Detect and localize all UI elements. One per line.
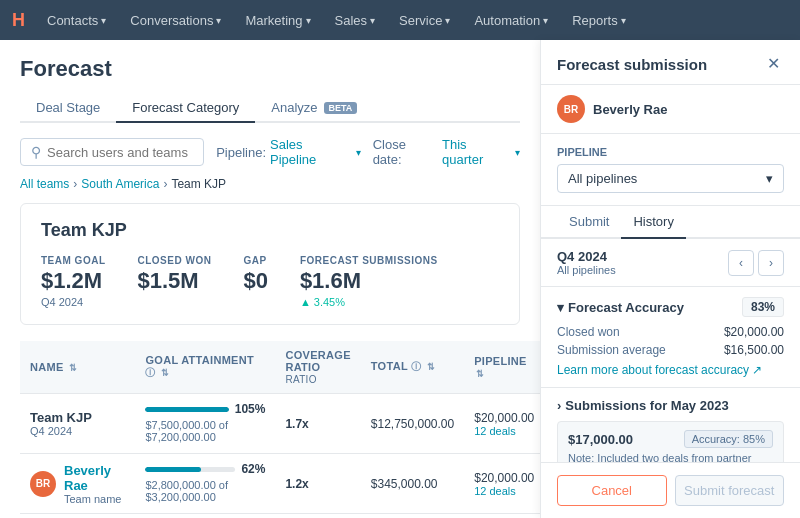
cell-total: $345,000.00 bbox=[361, 514, 464, 519]
submission-note-1: Note: Included two deals from partner co… bbox=[568, 452, 773, 462]
side-footer: Cancel Submit forecast bbox=[541, 462, 800, 518]
collapse-accuracy-icon: ▾ bbox=[557, 300, 564, 315]
close-date-filter[interactable]: Close date: This quarter ▾ bbox=[373, 137, 520, 167]
accuracy-pct-badge: 83% bbox=[742, 297, 784, 317]
pipeline-select-chevron-icon: ▾ bbox=[766, 171, 773, 186]
col-name: NAME ⇅ bbox=[20, 341, 135, 394]
side-tab-history[interactable]: History bbox=[621, 206, 685, 239]
learn-more-link[interactable]: Learn more about forecast accuracy ↗ bbox=[557, 363, 784, 377]
cell-name: NN Nolan Nemar Team name bbox=[20, 514, 135, 519]
page-title: Forecast bbox=[20, 56, 520, 82]
main-layout: Forecast Deal Stage Forecast Category An… bbox=[0, 40, 800, 518]
submit-forecast-button[interactable]: Submit forecast bbox=[675, 475, 785, 506]
accuracy-closed-won-row: Closed won $20,000.00 bbox=[557, 325, 784, 339]
avatar: BR bbox=[30, 471, 56, 497]
period-title: Q4 2024 bbox=[557, 249, 616, 264]
nav-sales[interactable]: Sales ▾ bbox=[325, 0, 386, 40]
stat-team-goal: TEAM GOAL $1.2M Q4 2024 bbox=[41, 255, 106, 308]
col-pipeline: PIPELINE ⇅ bbox=[464, 341, 540, 394]
nav-service[interactable]: Service ▾ bbox=[389, 0, 460, 40]
prev-period-button[interactable]: ‹ bbox=[728, 250, 754, 276]
nav-arrows: ‹ › bbox=[728, 250, 784, 276]
side-tab-submit[interactable]: Submit bbox=[557, 206, 621, 239]
submissions-header[interactable]: › Submissions for May 2023 bbox=[557, 398, 784, 413]
cancel-button[interactable]: Cancel bbox=[557, 475, 667, 506]
pipeline-section: Pipeline All pipelines ▾ bbox=[541, 134, 800, 206]
content-area: Forecast Deal Stage Forecast Category An… bbox=[0, 40, 540, 518]
nav-conversations[interactable]: Conversations ▾ bbox=[120, 0, 231, 40]
goal-attainment-info-icon[interactable]: ⓘ bbox=[145, 367, 155, 378]
forecast-accuracy-section: ▾ Forecast Accuracy 83% Closed won $20,0… bbox=[541, 287, 800, 388]
filters-row: ⚲ Pipeline: Sales Pipeline ▾ Close date:… bbox=[20, 137, 520, 167]
nav-contacts[interactable]: Contacts ▾ bbox=[37, 0, 116, 40]
service-chevron-icon: ▾ bbox=[445, 15, 450, 26]
search-box[interactable]: ⚲ bbox=[20, 138, 204, 166]
nav-marketing[interactable]: Marketing ▾ bbox=[235, 0, 320, 40]
top-navigation: H Contacts ▾ Conversations ▾ Marketing ▾… bbox=[0, 0, 800, 40]
search-icon: ⚲ bbox=[31, 144, 41, 160]
col-total: TOTAL ⓘ ⇅ bbox=[361, 341, 464, 394]
contacts-chevron-icon: ▾ bbox=[101, 15, 106, 26]
stat-forecast: FORECAST SUBMISSIONS $1.6M ▲ 3.45% bbox=[300, 255, 438, 308]
col-coverage-ratio: COVERAGE RATIO RATIO bbox=[275, 341, 360, 394]
side-user-row: BR Beverly Rae bbox=[541, 85, 800, 134]
goal-sort-icon[interactable]: ⇅ bbox=[161, 368, 169, 378]
close-panel-button[interactable]: ✕ bbox=[763, 54, 784, 74]
side-panel-header: Forecast submission ✕ bbox=[541, 40, 800, 85]
team-name: Team KJP bbox=[41, 220, 499, 241]
side-panel-title: Forecast submission bbox=[557, 56, 707, 73]
external-link-icon: ↗ bbox=[752, 363, 762, 377]
table-row: BR Beverly Rae Team name 62% $2,800,000.… bbox=[20, 454, 540, 514]
tab-deal-stage[interactable]: Deal Stage bbox=[20, 94, 116, 123]
breadcrumb-current: Team KJP bbox=[171, 177, 226, 191]
sales-chevron-icon: ▾ bbox=[370, 15, 375, 26]
cell-coverage-ratio: 1.7x bbox=[275, 394, 360, 454]
hubspot-logo: H bbox=[12, 10, 25, 31]
pipeline-chevron-icon: ▾ bbox=[356, 147, 361, 158]
period-sub: All pipelines bbox=[557, 264, 616, 276]
breadcrumb-all-teams[interactable]: All teams bbox=[20, 177, 69, 191]
cell-pipeline: $20,000.00 12 deals bbox=[464, 514, 540, 519]
tab-analyze[interactable]: Analyze BETA bbox=[255, 94, 373, 123]
nav-automation[interactable]: Automation ▾ bbox=[464, 0, 558, 40]
name-sort-icon[interactable]: ⇅ bbox=[69, 363, 77, 373]
pipeline-select[interactable]: All pipelines ▾ bbox=[557, 164, 784, 193]
collapse-submissions-icon: › bbox=[557, 398, 561, 413]
submissions-section: › Submissions for May 2023 $17,000.00 Ac… bbox=[541, 388, 800, 462]
side-user-name: Beverly Rae bbox=[593, 102, 667, 117]
accuracy-header[interactable]: ▾ Forecast Accuracy 83% bbox=[557, 297, 784, 317]
side-panel: Forecast submission ✕ BR Beverly Rae Pip… bbox=[540, 40, 800, 518]
submission-card-1: $17,000.00 Accuracy: 85% Note: Included … bbox=[557, 421, 784, 462]
total-sort-icon[interactable]: ⇅ bbox=[427, 362, 435, 372]
cell-goal-attainment: 62% $2,800,000.00 of $3,200,000.00 bbox=[135, 454, 275, 514]
cell-coverage-ratio: 1.2x bbox=[275, 454, 360, 514]
cell-pipeline: $20,000.00 12 deals bbox=[464, 394, 540, 454]
cell-goal-attainment: 105% $7,500,000.00 of $7,200,000.00 bbox=[135, 394, 275, 454]
conversations-chevron-icon: ▾ bbox=[216, 15, 221, 26]
stats-row: TEAM GOAL $1.2M Q4 2024 CLOSED WON $1.5M… bbox=[41, 255, 499, 308]
stat-closed-won: CLOSED WON $1.5M bbox=[138, 255, 212, 308]
closedate-chevron-icon: ▾ bbox=[515, 147, 520, 158]
pipeline-sort-icon[interactable]: ⇅ bbox=[476, 369, 484, 379]
side-tabs: Submit History bbox=[541, 206, 800, 239]
cell-name: Team KJP Q4 2024 bbox=[20, 394, 135, 454]
beta-badge: BETA bbox=[324, 102, 358, 114]
breadcrumb: All teams › South America › Team KJP bbox=[20, 177, 520, 191]
search-input[interactable] bbox=[47, 145, 193, 160]
cell-name: BR Beverly Rae Team name bbox=[20, 454, 135, 514]
table-row: NN Nolan Nemar Team name 62% $1,000.00 o… bbox=[20, 514, 540, 519]
nav-reports[interactable]: Reports ▾ bbox=[562, 0, 636, 40]
cell-total: $12,750,000.00 bbox=[361, 394, 464, 454]
team-card: Team KJP TEAM GOAL $1.2M Q4 2024 CLOSED … bbox=[20, 203, 520, 325]
cell-goal-attainment: 62% $1,000.00 of $2,000,000.00 bbox=[135, 514, 275, 519]
total-info-icon[interactable]: ⓘ bbox=[411, 361, 421, 372]
breadcrumb-south-america[interactable]: South America bbox=[81, 177, 159, 191]
automation-chevron-icon: ▾ bbox=[543, 15, 548, 26]
next-period-button[interactable]: › bbox=[758, 250, 784, 276]
marketing-chevron-icon: ▾ bbox=[306, 15, 311, 26]
pipeline-filter[interactable]: Pipeline: Sales Pipeline ▾ bbox=[216, 137, 361, 167]
stat-gap: GAP $0 bbox=[243, 255, 267, 308]
tab-forecast-category[interactable]: Forecast Category bbox=[116, 94, 255, 123]
history-content: Q4 2024 All pipelines ‹ › ▾ Forecast Acc… bbox=[541, 239, 800, 462]
accuracy-tag-1: Accuracy: 85% bbox=[684, 430, 773, 448]
